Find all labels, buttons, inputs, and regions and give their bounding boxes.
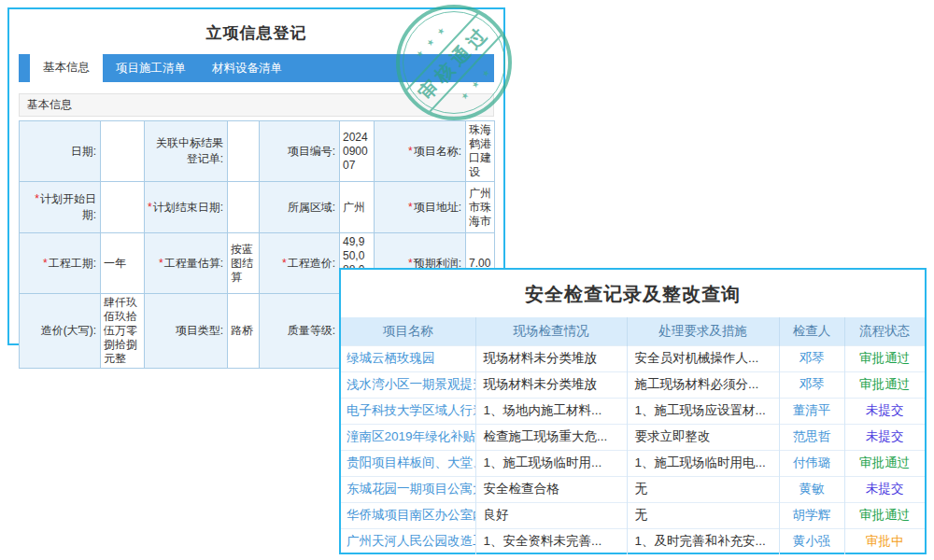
project-name-link[interactable]: 广州天河人民公园改造工 — [341, 528, 475, 554]
safety-query-title: 安全检查记录及整改查询 — [341, 270, 925, 317]
inspector-cell: 邓琴 — [779, 345, 844, 371]
field-value-bid-result — [228, 121, 260, 182]
inspection-cell: 现场材料未分类堆放 — [475, 345, 627, 371]
field-value-project-address: 广州市珠海市 — [466, 182, 495, 233]
col-header-project-name: 项目名称 — [341, 317, 475, 345]
tab-construction-list[interactable]: 项目施工清单 — [103, 54, 199, 82]
field-label-quantity-estimate: *工程量估算: — [145, 233, 228, 294]
col-header-inspector: 检查人 — [779, 317, 844, 345]
inspection-cell: 1、场地内施工材料... — [475, 398, 627, 424]
project-name-link[interactable]: 电子科技大学区域人行道 — [341, 398, 475, 424]
basic-info-section-header: 基本信息 — [19, 93, 494, 117]
status-badge: 审批中 — [844, 528, 925, 554]
status-badge: 未提交 — [844, 398, 925, 424]
tab-material-equipment-list[interactable]: 材料设备清单 — [199, 54, 295, 82]
table-row: 绿城云栖玫瑰园 现场材料未分类堆放 安全员对机械操作人... 邓琴 审批通过 — [341, 345, 925, 371]
inspector-cell: 付伟璐 — [779, 450, 844, 476]
inspection-cell: 安全检查合格 — [475, 476, 627, 502]
project-name-link[interactable]: 绿城云栖玫瑰园 — [341, 345, 475, 371]
measures-cell: 1、施工现场应设置材... — [627, 398, 779, 424]
field-value-cost-in-words: 肆仟玖佰玖拾伍万零捌拾捌元整 — [101, 294, 145, 369]
required-asterisk: * — [159, 257, 163, 270]
field-value-plan-end — [228, 182, 260, 233]
status-badge: 未提交 — [844, 424, 925, 450]
col-header-measures: 处理要求及措施 — [627, 317, 779, 345]
field-value-duration: 一年 — [101, 233, 145, 294]
registration-title: 立项信息登记 — [9, 9, 503, 54]
col-header-status: 流程状态 — [844, 317, 925, 345]
col-header-inspection: 现场检查情况 — [475, 317, 627, 345]
inspection-cell: 检查施工现场重大危... — [475, 424, 627, 450]
inspector-cell: 胡学辉 — [779, 502, 844, 528]
field-value-project-type: 路桥 — [228, 294, 260, 369]
form-row: *计划开始日期: *计划结束日期: 所属区域: 广州 *项目地址: 广州市珠海市 — [20, 182, 495, 233]
measures-cell: 1、施工现场临时用电... — [627, 450, 779, 476]
table-row: 华侨城项目南区办公室内 良好 无 胡学辉 审批通过 — [341, 502, 925, 528]
inspector-cell: 董清平 — [779, 398, 844, 424]
status-badge: 审批通过 — [844, 450, 925, 476]
project-name-link[interactable]: 浅水湾小区一期景观提升 — [341, 371, 475, 398]
field-label-date: 日期: — [20, 121, 101, 182]
required-asterisk: * — [408, 145, 413, 158]
inspection-cell: 1、安全资料未完善... — [475, 528, 627, 554]
table-row: 广州天河人民公园改造工 1、安全资料未完善... 1、及时完善和补充安... 黄… — [341, 528, 925, 554]
field-label-region: 所属区域: — [260, 182, 340, 233]
required-asterisk: * — [43, 257, 48, 270]
measures-cell: 1、及时完善和补充安... — [627, 528, 779, 554]
status-badge: 审批通过 — [844, 371, 925, 398]
table-header-row: 项目名称 现场检查情况 处理要求及措施 检查人 流程状态 — [341, 317, 925, 345]
field-value-project-name: 珠海鹤港口建设 — [466, 121, 495, 182]
table-row: 浅水湾小区一期景观提升 现场材料未分类堆放 施工现场材料必须分... 邓琴 审批… — [341, 371, 925, 398]
safety-query-table: 项目名称 现场检查情况 处理要求及措施 检查人 流程状态 绿城云栖玫瑰园 现场材… — [341, 317, 925, 554]
inspector-cell: 范思哲 — [779, 424, 844, 450]
field-label-cost-in-words: 造价(大写): — [20, 294, 101, 369]
field-label-project-address: *项目地址: — [375, 182, 466, 233]
status-badge: 审批通过 — [844, 345, 925, 371]
field-label-project-name: *项目名称: — [375, 121, 466, 182]
table-row: 潼南区2019年绿化补贴项 检查施工现场重大危... 要求立即整改 范思哲 未提… — [341, 424, 925, 450]
required-asterisk: * — [408, 201, 413, 214]
field-label-plan-start: *计划开始日期: — [20, 182, 101, 233]
inspector-cell: 邓琴 — [779, 371, 844, 398]
inspector-cell: 黄小强 — [779, 528, 844, 554]
registration-tabbar: 基本信息 项目施工清单 材料设备清单 — [19, 54, 494, 82]
field-label-project-cost: *工程造价: — [260, 233, 340, 294]
measures-cell: 安全员对机械操作人... — [627, 345, 779, 371]
inspection-cell: 现场材料未分类堆放 — [475, 371, 627, 398]
measures-cell: 无 — [627, 476, 779, 502]
field-label-quality-grade: 质量等级: — [260, 294, 340, 369]
project-name-link[interactable]: 东城花园一期项目公寓大 — [341, 476, 475, 502]
project-name-link[interactable]: 潼南区2019年绿化补贴项 — [341, 424, 475, 450]
table-row: 电子科技大学区域人行道 1、场地内施工材料... 1、施工现场应设置材... 董… — [341, 398, 925, 424]
project-name-link[interactable]: 贵阳项目样板间、大堂、 — [341, 450, 475, 476]
field-label-duration: *工程工期: — [20, 233, 101, 294]
field-value-quantity-estimate: 按蓝图结算 — [228, 233, 260, 294]
field-label-project-type: 项目类型: — [145, 294, 228, 369]
required-asterisk: * — [282, 257, 287, 270]
required-asterisk: * — [148, 201, 152, 214]
field-value-project-no: 2024090007 — [340, 121, 375, 182]
inspector-cell: 黄敏 — [779, 476, 844, 502]
field-value-date — [101, 121, 145, 182]
table-row: 贵阳项目样板间、大堂、 1、施工现场临时用... 1、施工现场临时用电... 付… — [341, 450, 925, 476]
measures-cell: 要求立即整改 — [627, 424, 779, 450]
field-label-plan-end: *计划结束日期: — [145, 182, 228, 233]
status-badge: 未提交 — [844, 476, 925, 502]
field-label-bid-result: 关联中标结果登记单: — [145, 121, 228, 182]
inspection-cell: 1、施工现场临时用... — [475, 450, 627, 476]
measures-cell: 无 — [627, 502, 779, 528]
safety-query-panel: 安全检查记录及整改查询 项目名称 现场检查情况 处理要求及措施 检查人 流程状态… — [339, 268, 927, 554]
measures-cell: 施工现场材料必须分... — [627, 371, 779, 398]
field-value-region: 广州 — [340, 182, 375, 233]
required-asterisk: * — [35, 192, 39, 205]
project-name-link[interactable]: 华侨城项目南区办公室内 — [341, 502, 475, 528]
table-row: 东城花园一期项目公寓大 安全检查合格 无 黄敏 未提交 — [341, 476, 925, 502]
field-label-project-no: 项目编号: — [260, 121, 340, 182]
form-row: 日期: 关联中标结果登记单: 项目编号: 2024090007 *项目名称: 珠… — [20, 121, 495, 182]
status-badge: 审批通过 — [844, 502, 925, 528]
inspection-cell: 良好 — [475, 502, 627, 528]
tab-basic-info[interactable]: 基本信息 — [30, 52, 103, 82]
field-value-plan-start — [101, 182, 145, 233]
